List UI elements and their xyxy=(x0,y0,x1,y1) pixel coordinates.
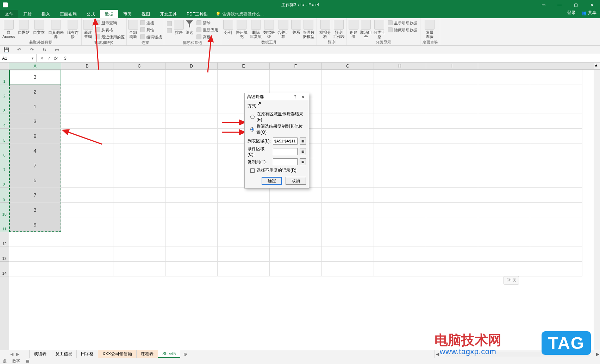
filter-button[interactable]: 筛选 xyxy=(185,19,194,34)
cell[interactable]: 7 xyxy=(9,158,61,173)
cell[interactable] xyxy=(270,188,322,203)
cell[interactable] xyxy=(322,129,374,143)
cell[interactable] xyxy=(61,99,113,114)
repeat-icon[interactable]: ↻ xyxy=(42,47,47,53)
cell[interactable] xyxy=(270,217,322,232)
sort-asc-button[interactable] xyxy=(165,20,173,27)
row-header[interactable]: 8 xyxy=(0,173,9,188)
cell[interactable] xyxy=(478,129,530,143)
col-header-H[interactable]: H xyxy=(374,63,426,69)
cell[interactable] xyxy=(478,99,530,114)
cell[interactable] xyxy=(61,217,113,232)
cell[interactable] xyxy=(165,84,218,99)
login-link[interactable]: 登录 xyxy=(567,10,576,16)
list-range-input[interactable]: $A$1:$A$11 xyxy=(273,138,298,145)
tab-formulas[interactable]: 公式 xyxy=(82,10,100,18)
cell[interactable] xyxy=(322,203,374,217)
col-header-I[interactable]: I xyxy=(426,63,478,69)
cell[interactable] xyxy=(165,129,218,143)
row-header[interactable]: 5 xyxy=(0,129,9,143)
cell[interactable] xyxy=(165,203,218,217)
cell[interactable]: 1 xyxy=(9,99,61,114)
formula-input[interactable]: 3 xyxy=(61,54,600,62)
cell[interactable] xyxy=(530,84,582,99)
cell[interactable] xyxy=(478,70,530,84)
row-header[interactable]: 12 xyxy=(0,232,9,247)
dialog-close-button[interactable]: ✕ xyxy=(299,95,307,100)
data-validation-button[interactable]: 数据验 证 xyxy=(263,19,276,39)
cell[interactable] xyxy=(322,188,374,203)
flash-fill-button[interactable]: 快速填充 xyxy=(235,19,249,39)
cell[interactable] xyxy=(113,99,165,114)
row-header[interactable]: 7 xyxy=(0,158,9,173)
range-picker-icon[interactable]: ▦ xyxy=(300,138,306,145)
cell[interactable] xyxy=(270,232,322,247)
ungroup-button[interactable]: 取消组合 xyxy=(360,19,372,39)
col-header-D[interactable]: D xyxy=(165,63,218,69)
row-header[interactable]: 2 xyxy=(0,84,9,99)
group-button[interactable]: 创建组 xyxy=(348,19,359,39)
cell[interactable] xyxy=(322,173,374,188)
cell[interactable] xyxy=(61,84,113,99)
cell[interactable] xyxy=(478,114,530,129)
cell[interactable] xyxy=(374,173,426,188)
tab-insert[interactable]: 插入 xyxy=(37,10,55,18)
range-picker-icon[interactable]: ▦ xyxy=(300,158,306,165)
cell[interactable] xyxy=(61,129,113,143)
tab-page-layout[interactable]: 页面布局 xyxy=(55,10,82,18)
cell[interactable] xyxy=(165,247,218,262)
cancel-icon[interactable]: ✕ xyxy=(40,56,44,61)
minimize-button[interactable]: — xyxy=(551,0,568,10)
cell[interactable] xyxy=(530,158,582,173)
cell[interactable] xyxy=(426,114,478,129)
col-header-A[interactable]: A xyxy=(9,63,61,69)
scroll-track[interactable] xyxy=(445,352,590,357)
cell[interactable] xyxy=(270,262,322,276)
cell[interactable] xyxy=(426,217,478,232)
recent-sources-button[interactable]: 最近使用的源 xyxy=(94,34,126,40)
show-detail-button[interactable]: 显示明细数据 xyxy=(386,20,419,26)
cell[interactable] xyxy=(61,114,113,129)
cancel-button[interactable]: 取消 xyxy=(286,177,306,185)
save-icon[interactable]: 💾 xyxy=(4,47,9,53)
what-if-button[interactable]: 模拟分析 xyxy=(318,19,332,39)
name-box[interactable]: A1 ▼ xyxy=(0,54,37,62)
row-header[interactable]: 13 xyxy=(0,247,9,262)
cell[interactable] xyxy=(426,173,478,188)
from-access-button[interactable]: 自 Access xyxy=(1,19,16,39)
add-sheet-button[interactable]: ⊕ xyxy=(180,350,190,358)
cell[interactable] xyxy=(322,262,374,276)
cell[interactable] xyxy=(113,143,165,158)
cell[interactable] xyxy=(165,99,218,114)
sheet-tab-active[interactable]: Sheet5 xyxy=(158,350,180,358)
cell[interactable] xyxy=(426,70,478,84)
cell[interactable] xyxy=(374,247,426,262)
cell[interactable] xyxy=(530,203,582,217)
cell[interactable] xyxy=(270,203,322,217)
row-header[interactable]: 4 xyxy=(0,114,9,129)
cell[interactable] xyxy=(478,158,530,173)
cell[interactable] xyxy=(478,84,530,99)
cell[interactable] xyxy=(322,84,374,99)
cell[interactable] xyxy=(61,158,113,173)
sort-desc-button[interactable] xyxy=(165,27,173,34)
row-header[interactable]: 3 xyxy=(0,99,9,114)
tab-file[interactable]: 文件 xyxy=(0,10,18,18)
subtotal-button[interactable]: 分类汇总 xyxy=(373,19,386,39)
cell[interactable] xyxy=(113,158,165,173)
col-header-G[interactable]: G xyxy=(322,63,374,69)
cell[interactable] xyxy=(426,99,478,114)
cell[interactable] xyxy=(165,217,218,232)
forecast-sheet-button[interactable]: 预测 工作表 xyxy=(333,19,345,39)
cell[interactable] xyxy=(374,143,426,158)
cell[interactable] xyxy=(270,247,322,262)
cell[interactable] xyxy=(478,217,530,232)
cell[interactable] xyxy=(9,247,61,262)
cell[interactable] xyxy=(218,70,270,84)
cell[interactable] xyxy=(113,203,165,217)
cell[interactable] xyxy=(530,143,582,158)
cell[interactable]: 5 xyxy=(9,173,61,188)
row-header[interactable]: 14 xyxy=(0,262,9,276)
row-header[interactable]: 1 xyxy=(0,70,9,84)
invoice-check-button[interactable]: 发票 查验 xyxy=(422,19,437,39)
